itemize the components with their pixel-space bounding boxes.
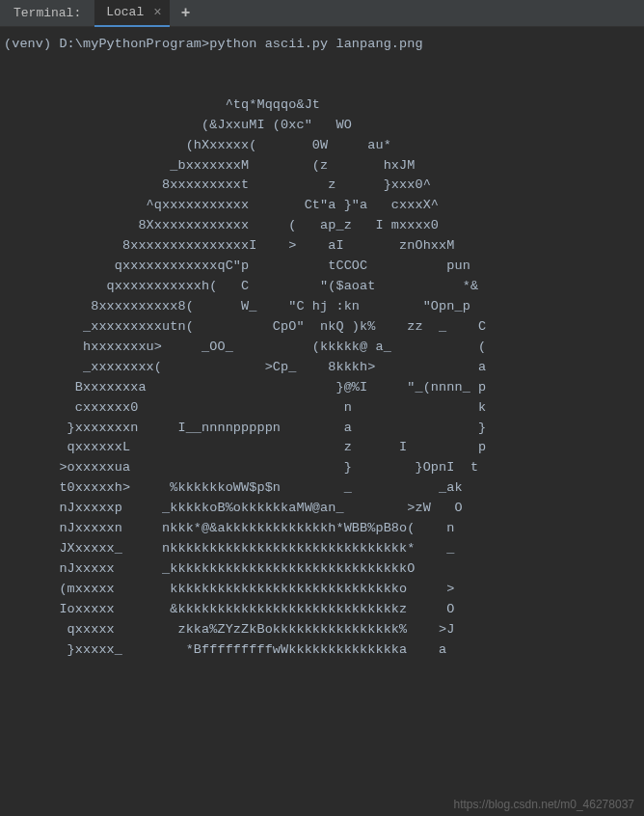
- tab-bar: Terminal: Local × +: [0, 0, 644, 27]
- ascii-output: ^tq*Mqqqo&Jt (&JxxuMI (0xc" WO (hXxxxxx(…: [4, 97, 486, 657]
- terminal-label: Terminal:: [0, 6, 94, 20]
- prompt-line: (venv) D:\myPythonProgram>python ascii.p…: [4, 37, 423, 51]
- add-tab-icon[interactable]: +: [181, 5, 191, 22]
- tab-label: Local: [106, 5, 144, 19]
- tab-local[interactable]: Local ×: [94, 0, 169, 27]
- watermark: https://blog.csdn.net/m0_46278037: [454, 798, 634, 811]
- close-icon[interactable]: ×: [153, 5, 161, 20]
- terminal-output[interactable]: (venv) D:\myPythonProgram>python ascii.p…: [0, 27, 644, 668]
